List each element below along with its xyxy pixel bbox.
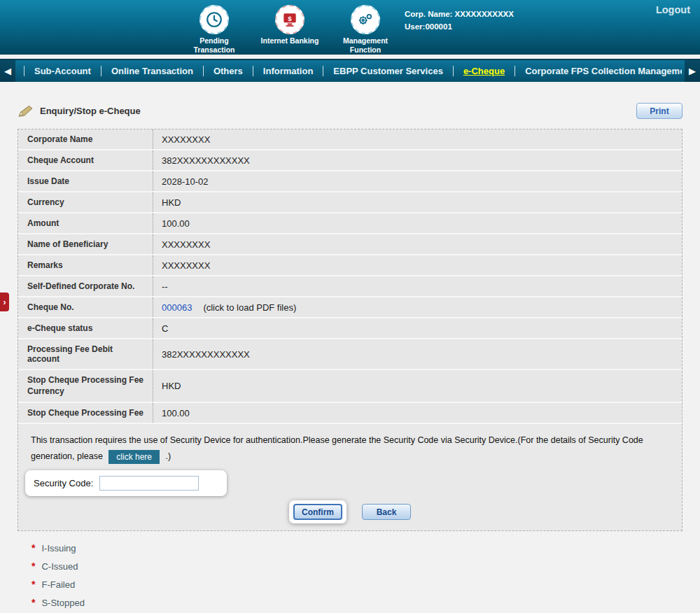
table-row: Issue Date 2028-10-02 <box>18 171 682 192</box>
legend-item: *I-Issuing <box>31 542 682 554</box>
row-value: -- <box>153 276 682 296</box>
corp-name: Corp. Name: XXXXXXXXXXX <box>405 8 514 20</box>
pending-transaction-label: Pending Transaction <box>181 36 248 54</box>
cheque-no-note: (click to load PDF files) <box>203 302 296 313</box>
action-buttons: Confirm Back <box>18 500 682 523</box>
security-code-highlight: Security Code: <box>25 470 227 496</box>
security-code-label: Security Code: <box>34 478 93 488</box>
row-label: Self-Defined Corporate No. <box>18 276 153 296</box>
row-value: 100.00 <box>153 213 682 233</box>
security-device-notice: This transaction requires the use of Sec… <box>18 424 669 466</box>
legend-item: *S-Stopped <box>31 597 682 608</box>
logout-link[interactable]: Logout <box>656 4 690 15</box>
row-label: Issue Date <box>18 171 153 191</box>
row-label: Corporate Name <box>18 129 153 149</box>
table-row: Processing Fee Debit account 382XXXXXXXX… <box>18 339 682 370</box>
header-quick-nav: Pending Transaction $ Internet Banking <box>181 5 399 54</box>
nav-item-information[interactable]: Information <box>253 66 323 76</box>
nav-list: Sub-Account Online Transaction Others In… <box>24 66 682 76</box>
legend-item: *F-Failed <box>31 579 682 590</box>
echeque-details-panel: Corporate Name XXXXXXXX Cheque Account 3… <box>18 129 682 531</box>
legend-text: F-Failed <box>41 579 75 590</box>
legend-asterisk: * <box>31 561 35 572</box>
row-label: Name of Beneficiary <box>18 234 153 254</box>
row-label: Processing Fee Debit account <box>18 339 153 369</box>
nav-item-corporate-fps[interactable]: Corporate FPS Collection Management S <box>514 66 682 76</box>
row-value: 000063 (click to load PDF files) <box>153 297 682 317</box>
title-row: Enquiry/Stop e-Cheque Print <box>18 103 682 119</box>
nav-scroll-left-icon[interactable]: ◀ <box>0 60 15 82</box>
status-legend: *I-Issuing *C-Issued *F-Failed *S-Stoppe… <box>31 542 682 613</box>
row-value: C <box>153 318 682 338</box>
security-code-row: Security Code: <box>18 466 682 499</box>
legend-asterisk: * <box>31 597 35 608</box>
row-value: XXXXXXXX <box>153 129 682 149</box>
legend-asterisk: * <box>31 579 35 590</box>
row-label: Currency <box>18 192 153 212</box>
row-label: Remarks <box>18 255 153 275</box>
row-value: HKD <box>153 192 682 212</box>
page: Pending Transaction $ Internet Banking <box>0 0 700 613</box>
row-label: e-Cheque status <box>18 318 153 338</box>
table-row: Self-Defined Corporate No. -- <box>18 276 682 297</box>
row-label: Cheque No. <box>18 297 153 317</box>
legend-text: C-Issued <box>41 561 78 572</box>
table-row-cheque-no: Cheque No. 000063 (click to load PDF fil… <box>18 297 682 318</box>
row-value: 382XXXXXXXXXXXX <box>153 150 682 170</box>
legend-item: *C-Issued <box>31 561 682 572</box>
top-header: Pending Transaction $ Internet Banking <box>0 0 700 55</box>
table-row: Currency HKD <box>18 192 682 213</box>
nav-item-ebpp-customer-services[interactable]: EBPP Customer Services <box>323 66 453 76</box>
back-button[interactable]: Back <box>362 504 411 520</box>
side-panel-toggle[interactable]: › <box>0 293 9 311</box>
table-row: Corporate Name XXXXXXXX <box>18 129 682 150</box>
internet-banking-icon: $ <box>275 5 304 34</box>
internet-banking-label: Internet Banking <box>256 36 323 45</box>
table-row: Amount 100.00 <box>18 213 682 234</box>
row-value: XXXXXXXX <box>153 234 682 254</box>
row-label: Cheque Account <box>18 150 153 170</box>
nav-scroll-right-icon[interactable]: ▶ <box>685 60 700 82</box>
management-function-icon <box>351 5 380 34</box>
print-button[interactable]: Print <box>636 103 682 119</box>
table-row: e-Cheque status C <box>18 318 682 339</box>
legend-text: I-Issuing <box>41 543 76 554</box>
click-here-button[interactable]: click here <box>108 450 160 464</box>
table-row: Stop Cheque Processing Fee 100.00 <box>18 403 682 424</box>
main-nav: ◀ Sub-Account Online Transaction Others … <box>0 59 700 82</box>
row-value: XXXXXXXX <box>153 255 682 275</box>
main-content: Enquiry/Stop e-Cheque Print Corporate Na… <box>0 103 700 613</box>
row-value: 2028-10-02 <box>153 171 682 191</box>
row-label: Amount <box>18 213 153 233</box>
internet-banking-nav[interactable]: $ Internet Banking <box>256 5 323 54</box>
row-label: Stop Cheque Processing Fee Currency <box>18 370 153 402</box>
nav-item-online-transaction[interactable]: Online Transaction <box>101 66 203 76</box>
notice-suffix: .) <box>166 451 172 461</box>
table-row: Stop Cheque Processing Fee Currency HKD <box>18 370 682 403</box>
table-row: Remarks XXXXXXXX <box>18 255 682 276</box>
legend-text: S-Stopped <box>41 598 84 608</box>
nav-item-e-cheque[interactable]: e-Cheque <box>453 66 514 76</box>
row-value: 100.00 <box>153 403 682 423</box>
row-value: 382XXXXXXXXXXXX <box>153 339 682 369</box>
corp-info: Corp. Name: XXXXXXXXXXX User:000001 <box>405 8 514 34</box>
legend-asterisk: * <box>31 542 35 554</box>
table-row: Name of Beneficiary XXXXXXXX <box>18 234 682 255</box>
nav-item-sub-account[interactable]: Sub-Account <box>24 66 101 76</box>
nav-item-others[interactable]: Others <box>203 66 253 76</box>
cheque-pen-icon <box>18 105 34 118</box>
user-id: User:000001 <box>405 20 514 33</box>
management-function-label: Management Function <box>332 36 399 54</box>
confirm-highlight: Confirm <box>289 500 346 523</box>
row-value: HKD <box>153 370 682 402</box>
svg-text:$: $ <box>288 15 292 22</box>
cheque-no-link[interactable]: 000063 <box>162 302 192 313</box>
table-row: Cheque Account 382XXXXXXXXXXXX <box>18 150 682 171</box>
page-title: Enquiry/Stop e-Cheque <box>40 106 141 116</box>
row-label: Stop Cheque Processing Fee <box>18 403 153 423</box>
confirm-button[interactable]: Confirm <box>293 504 342 520</box>
security-code-input[interactable] <box>99 476 199 491</box>
pending-transaction-icon <box>200 5 229 34</box>
pending-transaction-nav[interactable]: Pending Transaction <box>181 5 248 54</box>
management-function-nav[interactable]: Management Function <box>332 5 399 54</box>
